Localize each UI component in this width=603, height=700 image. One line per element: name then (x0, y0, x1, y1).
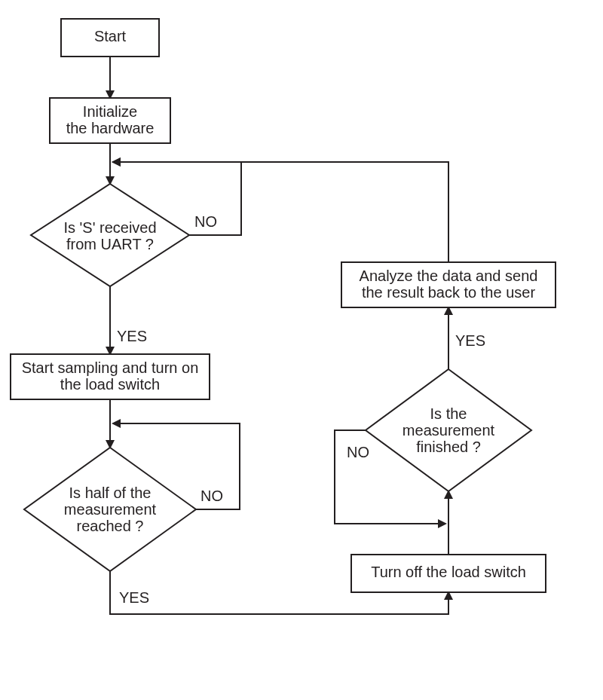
node-decision-half-line1: Is half of the (69, 484, 152, 501)
node-decision-finished-line1: Is the (430, 405, 467, 422)
node-start-label: Start (94, 28, 127, 44)
node-decision-finished-line2: measurement (403, 422, 495, 439)
edge-label-decisionFinished-no: NO (347, 444, 369, 460)
node-analyze: Analyze the data and send the result bac… (341, 262, 556, 307)
node-decision-half: Is half of the measurement reached ? (24, 448, 196, 571)
node-start-sampling: Start sampling and turn on the load swit… (11, 354, 210, 399)
node-decision-finished: Is the measurement finished ? (366, 369, 531, 491)
node-start-sampling-line2: the load switch (60, 376, 160, 393)
node-turn-off: Turn off the load switch (351, 555, 546, 592)
node-decision-half-line2: measurement (64, 501, 157, 518)
edge-label-decisionHalf-yes: YES (119, 589, 149, 606)
node-turn-off-label: Turn off the load switch (371, 564, 526, 580)
edge-label-decisionFinished-yes: YES (455, 332, 485, 349)
node-decision-finished-line3: finished ? (416, 439, 481, 455)
node-start: Start (61, 19, 159, 57)
node-decision-half-line3: reached ? (77, 518, 144, 534)
node-analyze-line2: the result back to the user (362, 284, 535, 301)
node-analyze-line1: Analyze the data and send (360, 267, 538, 284)
edge-label-decisionHalf-no: NO (200, 488, 223, 504)
node-init: Initialize the hardware (50, 98, 170, 143)
node-init-line1: Initialize (83, 103, 137, 120)
node-decision-s-line1: Is 'S' received (63, 219, 156, 236)
node-decision-s: Is 'S' received from UART ? (31, 184, 189, 286)
edge-label-decisionS-no: NO (194, 213, 217, 230)
flowchart-canvas: Start Initialize the hardware Is 'S' rec… (0, 0, 603, 700)
node-decision-s-line2: from UART ? (66, 236, 154, 252)
edge-label-decisionS-yes: YES (117, 328, 147, 344)
node-init-line2: the hardware (66, 120, 155, 136)
node-start-sampling-line1: Start sampling and turn on (22, 359, 199, 376)
